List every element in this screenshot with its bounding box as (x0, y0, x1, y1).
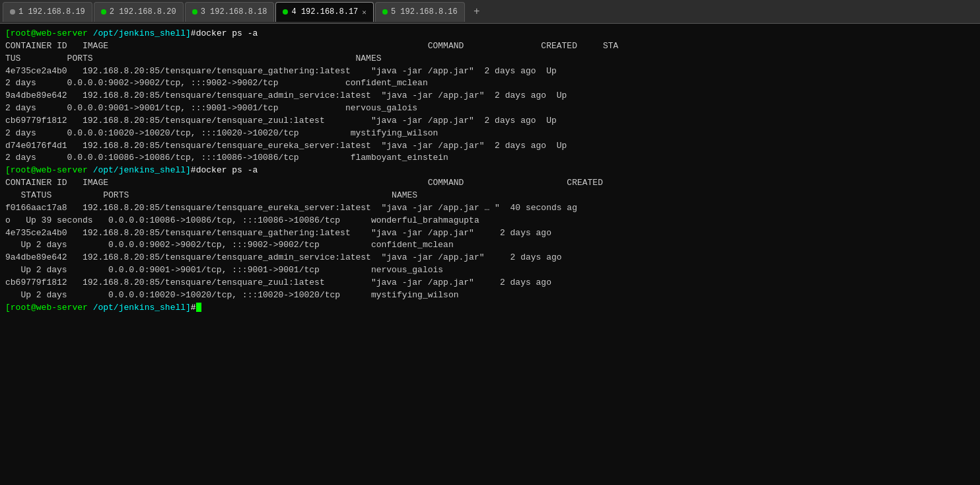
tab-4-dot (283, 9, 288, 15)
prompt-user-2: [root@web-server (5, 165, 88, 175)
terminal-line-13: CONTAINER ID IMAGE COMMAND CREATED (5, 177, 975, 190)
tab-4-close[interactable]: ✕ (362, 8, 367, 17)
terminal-line-4: 4e735ce2a4b0 192.168.8.20:85/tensquare/t… (5, 65, 975, 78)
terminal-line-23: [root@web-server /opt/jenkins_shell]# (5, 302, 975, 315)
terminal-line-10: d74e0176f4d1 192.168.8.20:85/tensquare/t… (5, 140, 975, 153)
tab-3-dot (192, 9, 197, 15)
tab-3[interactable]: 3 192.168.8.18 (185, 2, 275, 22)
terminal-line-20: Up 2 days 0.0.0.0:9001->9001/tcp, :::900… (5, 264, 975, 277)
prompt-cmd-2: docker ps -a (196, 165, 258, 175)
terminal-line-12: [root@web-server /opt/jenkins_shell]#doc… (5, 165, 975, 177)
prompt-user-1: [root@web-server (5, 28, 88, 38)
tab-4-label: 4 192.168.8.17 (291, 7, 358, 17)
tab-5[interactable]: 5 192.168.8.16 (375, 2, 465, 22)
tab-bar: 1 192.168.8.19 2 192.168.8.20 3 192.168.… (0, 0, 980, 24)
tab-2-label: 2 192.168.8.20 (110, 7, 176, 17)
prompt-path-3: /opt/jenkins_shell] (88, 303, 191, 313)
prompt-hash-3: # (191, 303, 196, 313)
new-tab-button[interactable]: + (469, 4, 485, 20)
terminal-line-11: 2 days 0.0.0.0:10086->10086/tcp, :::1008… (5, 152, 975, 165)
tab-2-dot (101, 9, 106, 15)
prompt-cmd-1: docker ps -a (196, 28, 258, 38)
terminal-line-21: cb69779f1812 192.168.8.20:85/tensquare/t… (5, 277, 975, 289)
terminal-line-6: 9a4dbe89e642 192.168.8.20:85/tensquare/t… (5, 90, 975, 102)
terminal-line-3: TUS PORTS NAMES (5, 53, 975, 65)
tab-1-dot (10, 9, 15, 15)
tab-3-label: 3 192.168.8.18 (201, 7, 267, 17)
terminal-line-19: 9a4dbe89e642 192.168.8.20:85/tensquare/t… (5, 252, 975, 264)
tab-2[interactable]: 2 192.168.8.20 (94, 2, 184, 22)
terminal-line-16: o Up 39 seconds 0.0.0.0:10086->10086/tcp… (5, 215, 975, 227)
tab-4[interactable]: 4 192.168.8.17 ✕ (275, 2, 373, 22)
terminal-line-17: 4e735ce2a4b0 192.168.8.20:85/tensquare/t… (5, 227, 975, 240)
prompt-hash-2: # (191, 165, 196, 175)
terminal-line-5: 2 days 0.0.0.0:9002->9002/tcp, :::9002->… (5, 77, 975, 90)
terminal-line-8: cb69779f1812 192.168.8.20:85/tensquare/t… (5, 115, 975, 128)
terminal-line-15: f0166aac17a8 192.168.8.20:85/tensquare/t… (5, 202, 975, 215)
prompt-path-2: /opt/jenkins_shell] (88, 165, 191, 175)
prompt-hash-1: # (191, 28, 196, 38)
terminal-line-9: 2 days 0.0.0.0:10020->10020/tcp, :::1002… (5, 128, 975, 140)
tab-5-label: 5 192.168.8.16 (391, 7, 458, 17)
tab-1[interactable]: 1 192.168.8.19 (3, 2, 92, 22)
terminal-line-22: Up 2 days 0.0.0.0:10020->10020/tcp, :::1… (5, 289, 975, 302)
terminal-line-18: Up 2 days 0.0.0.0:9002->9002/tcp, :::900… (5, 239, 975, 252)
terminal-line-2: CONTAINER ID IMAGE COMMAND CREATED STA (5, 40, 975, 53)
terminal-line-1: [root@web-server /opt/jenkins_shell]#doc… (5, 28, 975, 40)
terminal-cursor (196, 303, 201, 312)
tab-1-label: 1 192.168.8.19 (18, 7, 85, 17)
prompt-user-3: [root@web-server (5, 303, 88, 313)
terminal-line-7: 2 days 0.0.0.0:9001->9001/tcp, :::9001->… (5, 102, 975, 115)
tab-5-dot (382, 9, 388, 15)
terminal-line-14: STATUS PORTS NAMES (5, 190, 975, 202)
terminal-area: [root@web-server /opt/jenkins_shell]#doc… (0, 24, 980, 485)
prompt-path-1: /opt/jenkins_shell] (88, 28, 191, 38)
